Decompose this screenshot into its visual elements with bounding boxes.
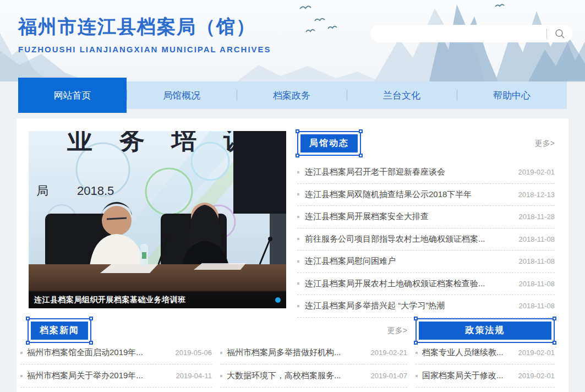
item-date: 2018-12-13 [518,190,555,199]
frame-corner-icon [414,317,418,320]
item-title: 连江县档案局慰问困难户 [305,256,513,266]
item-title: 档案专业人员继续教... [422,347,514,358]
item-title: 福州市档案局多举措做好机构... [227,347,367,358]
list-item[interactable]: 连江县档案局开展档案安全大排查 2018-11-28 [297,206,555,228]
news-carousel[interactable]: 业 务 培 训 局 2018.5 连江县档案局组织 [29,131,286,308]
bullet-icon [297,282,299,285]
carousel-dot-indicator[interactable] [275,297,281,303]
frame-corner-icon [553,317,556,320]
content-card: 业 务 培 训 局 2018.5 连江县档案局组织 [17,118,568,392]
bullet-icon [297,216,299,218]
frame-corner-icon [89,317,93,320]
main-nav: 网站首页 局馆概况 档案政务 兰台文化 帮助中心 [18,81,567,109]
item-title: 大数据环境下，高校档案服务... [227,371,367,381]
section-policy-header: 政策法规 [415,318,555,343]
carousel-photo: 业 务 培 训 局 2018.5 [29,131,286,308]
news-column-2: 福州市档案局多举措做好机构... 2019-02-21 大数据环境下，高校档案服… [220,341,407,388]
item-date: 2019-02-01 [518,349,555,357]
list-item[interactable]: 福州市档案馆全面启动2019年... 2019-05-06 [20,341,212,364]
list-item[interactable]: 连江县档案局双随机抽查结果公示2018下半年 2018-12-13 [297,184,555,206]
slide-screen-text: 业 务 培 训 [67,131,259,154]
item-date: 2018-11-08 [518,257,555,265]
policy-header-frame: 政策法规 [415,318,555,343]
list-item[interactable]: 大数据环境下，高校档案服务... 2019-01-07 [220,364,407,388]
frame-corner-icon [26,317,30,320]
bullet-icon [220,375,222,377]
list-item[interactable]: 连江县档案局多举措兴起 “大学习”热潮 2018-11-08 [297,295,555,318]
item-title: 连江县档案局开展档案安全大排查 [305,211,513,222]
search-bar [370,25,572,42]
bullet-icon [297,171,299,173]
bullet-icon [297,260,299,263]
list-item[interactable]: 连江县档案局召开老干部迎新春座谈会 2019-02-01 [297,161,555,184]
news-title: 档案新闻 [31,322,88,340]
dynamics-header-frame: 局馆动态 [297,131,361,156]
list-item[interactable]: 前往服务公司项目部指导农村土地确权颁证档案... 2018-11-08 [297,228,555,251]
item-title: 前往服务公司项目部指导农村土地确权颁证档案... [305,234,513,244]
carousel-caption-text: 连江县档案局组织开展档案基础业务培训班 [34,295,186,305]
item-title: 连江县档案局双随机抽查结果公示2018下半年 [305,189,513,200]
item-date: 2018-11-08 [518,280,555,288]
dynamics-title: 局馆动态 [300,134,358,153]
list-item[interactable]: 档案专业人员继续教... 2019-02-01 [415,341,555,364]
list-item[interactable]: 连江县档案局开展农村土地确权颁证档案检查验... 2018-11-08 [297,273,555,296]
section-dynamics: 局馆动态 更多> 连江县档案局召开老干部迎新春座谈会 2019-02-01 连江… [297,131,555,318]
section-news-header: 档案新闻 更多> [28,318,407,343]
nav-item-archives-affairs[interactable]: 档案政务 [237,81,347,109]
item-title: 连江县档案局开展农村土地确权颁证档案检查验... [305,279,513,289]
carousel-caption-bar: 连江县档案局组织开展档案基础业务培训班 [29,292,286,308]
list-item[interactable]: 国家档案局关于修改... 2019-02-01 [415,364,555,388]
frame-corner-icon [359,154,363,157]
item-date: 2018-11-08 [518,302,555,310]
item-title: 国家档案局关于修改... [422,371,514,381]
nav-item-help-center[interactable]: 帮助中心 [457,81,567,109]
frame-corner-icon [296,154,299,157]
bullet-icon [20,352,23,354]
frame-corner-icon [296,129,299,133]
item-title: 连江县档案局召开老干部迎新春座谈会 [305,167,513,177]
policy-column: 档案专业人员继续教... 2019-02-01 国家档案局关于修改... 201… [415,341,555,388]
search-input[interactable] [370,25,546,42]
news-header-frame: 档案新闻 [28,318,91,343]
dynamics-more-link[interactable]: 更多> [535,139,555,149]
site-header: 福州市连江县档案局（馆） FUZHOUSHI LIANJIANGXIAN MUN… [0,0,585,81]
site-brand: 福州市连江县档案局（馆） FUZHOUSHI LIANJIANGXIAN MUN… [18,14,271,54]
item-title: 福州市档案馆全面启动2019年... [27,347,171,358]
bullet-icon [415,352,418,354]
list-item[interactable]: 福州市档案局多举措做好机构... 2019-02-21 [220,341,407,364]
item-date: 2019-05-06 [176,349,212,357]
item-title: 福州市档案局关于举办2019年... [27,371,171,381]
site-subtitle: FUZHOUSHI LIANJIANGXIAN MUNICIPAL ARCHIV… [18,45,271,54]
list-item[interactable]: 福州市档案局关于举办2019年... 2019-04-11 [20,364,212,388]
bullet-icon [297,193,299,195]
list-item[interactable]: 连江县档案局慰问困难户 2018-11-08 [297,251,555,273]
nav-item-home[interactable]: 网站首页 [18,78,127,113]
item-date: 2019-02-21 [371,349,408,357]
item-date: 2019-04-11 [176,372,212,380]
bullet-icon [415,375,418,377]
policy-title: 政策法规 [419,322,551,340]
dynamics-list: 连江县档案局召开老干部迎新春座谈会 2019-02-01 连江县档案局双随机抽查… [297,161,555,318]
slide-date-text: 2018.5 [77,184,114,198]
news-more-link[interactable]: 更多> [387,326,407,336]
slide-left-text: 局 [36,184,48,198]
item-date: 2018-11-08 [518,235,555,243]
nav-item-lantai-culture[interactable]: 兰台文化 [347,81,457,109]
item-date: 2018-11-28 [518,213,555,221]
bullet-icon [297,238,299,240]
bullet-icon [297,305,299,307]
item-date: 2019-02-01 [518,168,555,176]
bullet-icon [220,352,222,354]
news-column-1: 福州市档案馆全面启动2019年... 2019-05-06 福州市档案局关于举办… [20,341,212,388]
search-icon[interactable] [547,25,572,42]
nav-item-overview[interactable]: 局馆概况 [127,81,237,109]
frame-corner-icon [359,129,363,133]
item-title: 连江县档案局多举措兴起 “大学习”热潮 [305,301,513,311]
item-date: 2019-01-07 [371,372,408,380]
site-title: 福州市连江县档案局（馆） [18,14,271,40]
bullet-icon [20,375,23,377]
item-date: 2019-02-01 [518,372,555,380]
